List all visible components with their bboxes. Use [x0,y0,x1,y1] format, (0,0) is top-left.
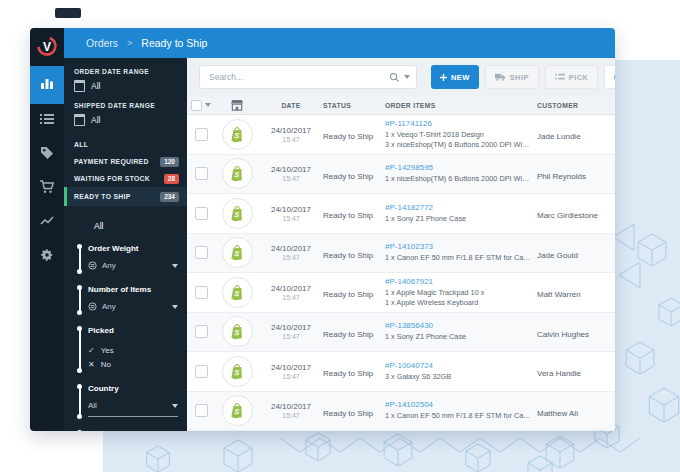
order-time: 15:47 [259,412,323,419]
list-icon [40,112,54,130]
search-input[interactable] [199,65,417,89]
gear-icon [40,248,54,266]
status-column-header[interactable]: STATUS [323,102,385,109]
nav-item-dashboard[interactable] [30,66,64,104]
shopify-channel-icon: S [222,356,253,387]
customer-name: Jade Gould [537,251,578,260]
status-filter-payment-required[interactable]: PAYMENT REQUIRED 120 [64,153,187,170]
pick-button[interactable]: PICK [545,65,599,89]
nav-item-products[interactable] [30,138,64,172]
country-filter: Country All [64,384,187,417]
order-date: 24/10/2017 [259,205,323,214]
breadcrumb-separator: > [127,38,132,48]
search-icon[interactable] [389,72,400,83]
breadcrumb: Orders > Ready to Ship [64,28,615,58]
status-count-badge: 120 [160,157,179,167]
status-filter-ready-to-ship[interactable]: READY TO SHIP 234 [64,187,187,206]
order-item-list: 3 x Galaxy S6 32GB [385,372,531,382]
number-of-items-select[interactable]: Any [88,302,178,311]
order-status: Ready to Ship [323,132,373,141]
order-number-link[interactable]: #P-13856430 [385,321,531,330]
order-item-line: 3 x Galaxy S6 32GB [385,372,531,382]
order-number-link[interactable]: #P-11741126 [385,119,531,128]
number-of-items-filter: Number of Items Any [64,285,187,313]
svg-text:S: S [233,407,239,416]
order-weight-select[interactable]: Any [88,261,178,270]
new-order-button[interactable]: NEW [431,65,479,89]
table-row[interactable]: S 24/10/2017 15:47 Ready to Ship #P-1410… [187,392,615,432]
nav-item-purchases[interactable] [30,172,64,206]
customer-column-header[interactable]: CUSTOMER [537,102,615,109]
row-checkbox[interactable] [195,365,208,378]
row-checkbox[interactable] [195,128,208,141]
picked-yes-label: Yes [101,346,114,355]
order-date-range-value[interactable]: All [64,80,187,92]
nav-item-settings[interactable] [30,240,64,274]
order-status: Ready to Ship [323,290,373,299]
cart-icon [40,180,54,198]
date-column-header[interactable]: DATE [259,102,323,109]
search-options-chevron-icon[interactable] [404,75,410,79]
table-row[interactable]: S 24/10/2017 15:47 Ready to Ship #P-1406… [187,273,615,313]
order-item-list: 1 x Canon EF 50 mm F/1.8 EF STM for Cano… [385,411,531,421]
order-number-link[interactable]: #P-10040724 [385,361,531,370]
number-of-items-title: Number of Items [88,285,178,294]
order-date: 24/10/2017 [259,363,323,372]
row-checkbox[interactable] [195,404,208,417]
breadcrumb-parent-link[interactable]: Orders [86,37,118,49]
chevron-down-icon [172,404,178,408]
count-icon [88,302,97,311]
table-row[interactable]: S 24/10/2017 15:47 Ready to Ship #P-1004… [187,352,615,392]
status-filter-all[interactable]: ALL [64,136,187,153]
order-number-link[interactable]: #P-14067921 [385,277,531,286]
row-checkbox[interactable] [195,286,208,299]
row-checkbox[interactable] [195,167,208,180]
svg-text:S: S [233,368,239,377]
order-time: 15:47 [259,215,323,222]
order-number-link[interactable]: #P-14102373 [385,242,531,251]
order-number-link[interactable]: #P-14182772 [385,203,531,212]
sub-filter-all[interactable]: All [64,221,187,231]
select-all-checkbox[interactable] [191,100,202,111]
veeqo-logo[interactable]: V [36,35,58,57]
row-checkbox[interactable] [195,207,208,220]
ship-button[interactable]: SHIP [485,65,539,89]
range-slider-icon [79,246,81,272]
picked-no-option[interactable]: No [88,357,178,371]
table-row[interactable]: S 24/10/2017 15:47 Ready to Ship #P-1410… [187,234,615,274]
order-date: 24/10/2017 [259,165,323,174]
order-number-link[interactable]: #P-14102504 [385,400,531,409]
order-number-link[interactable]: #P-14298595 [385,163,531,172]
country-select[interactable]: All [88,401,178,417]
bar-chart-icon [40,76,54,94]
order-item-list: 1 x Sony Z1 Phone Case [385,332,531,342]
table-row[interactable]: S 24/10/2017 15:47 Ready to Ship #P-1418… [187,194,615,234]
shopify-channel-icon: S [222,395,253,426]
nav-item-reports[interactable] [30,206,64,240]
select-all-chevron-icon[interactable] [205,103,211,107]
picked-filter: Picked Yes No [64,326,187,371]
order-date: 24/10/2017 [259,126,323,135]
shipping-area-title: Shipping Area [88,430,178,431]
table-row[interactable]: S 24/10/2017 15:47 Ready to Ship #P-1174… [187,115,615,155]
svg-text:S: S [233,170,239,179]
svg-text:S: S [233,249,239,258]
shipping-area-filter: Shipping Area Domestic [64,430,187,431]
order-items-column-header[interactable]: ORDER ITEMS [385,102,537,109]
picked-yes-option[interactable]: Yes [88,343,178,357]
row-checkbox[interactable] [195,246,208,259]
toolbar: NEW SHIP PICK PRINT [187,58,615,96]
order-weight-value: Any [102,261,116,270]
store-channel-icon [231,100,243,111]
new-order-label: NEW [451,73,470,82]
svg-text:S: S [233,210,239,219]
nav-item-orders[interactable] [30,104,64,138]
shipped-date-range-value[interactable]: All [64,114,187,126]
table-row[interactable]: S 24/10/2017 15:47 Ready to Ship #P-1429… [187,155,615,195]
status-filter-waiting-for-stock[interactable]: WAITING FOR STOCK 28 [64,170,187,187]
row-checkbox[interactable] [195,325,208,338]
calendar-icon [74,114,85,126]
print-button[interactable]: PRINT [604,65,615,89]
table-row[interactable]: S 24/10/2017 15:47 Ready to Ship #P-1385… [187,313,615,353]
order-item-line: 1 x Sony Z1 Phone Case [385,214,531,224]
